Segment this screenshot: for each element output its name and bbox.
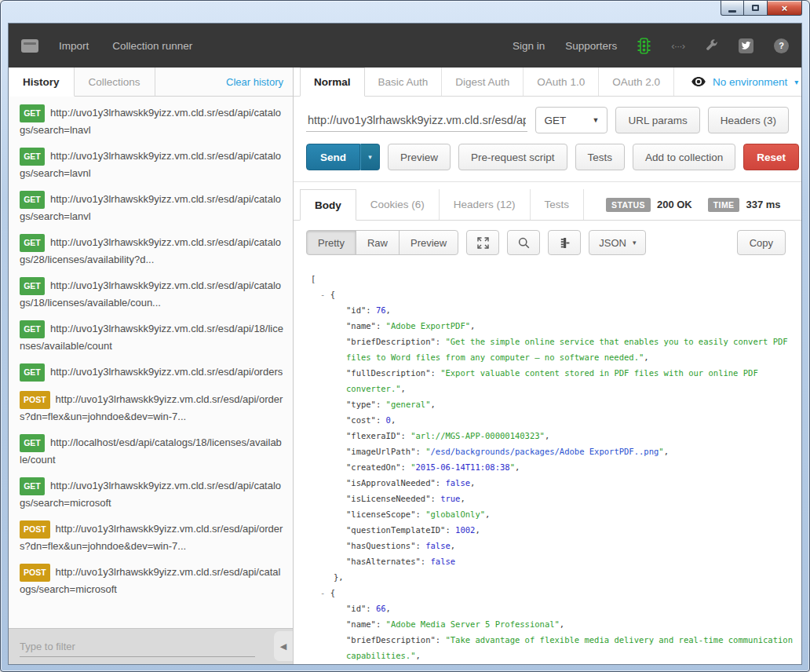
format-select[interactable]: JSON ▾ bbox=[589, 230, 646, 255]
method-value: GET bbox=[544, 115, 566, 126]
help-icon[interactable]: ? bbox=[774, 38, 789, 53]
tab-basic-auth[interactable]: Basic Auth bbox=[365, 68, 443, 96]
search-icon bbox=[518, 237, 530, 249]
json-token: , bbox=[470, 321, 475, 331]
history-item[interactable]: POSThttp://uvo1y3lrhawskk9yizz.vm.cld.sr… bbox=[9, 516, 293, 559]
json-token: }, bbox=[334, 572, 344, 582]
history-url: http://uvo1y3lrhawskk9yizz.vm.cld.sr/esd… bbox=[50, 366, 283, 378]
history-item[interactable]: GEThttp://uvo1y3lrhawskk9yizz.vm.cld.sr/… bbox=[9, 186, 293, 229]
json-token: /esd/backgrounds/packages/Adobe ExportPD… bbox=[431, 447, 659, 456]
search-button[interactable] bbox=[507, 230, 540, 255]
tab-oauth-2[interactable]: OAuth 2.0 bbox=[599, 68, 674, 96]
collapse-format-button[interactable] bbox=[548, 230, 581, 255]
tab-cookies[interactable]: Cookies (6) bbox=[356, 189, 440, 220]
fold-toggle-icon[interactable]: - bbox=[320, 588, 330, 597]
tab-normal[interactable]: Normal bbox=[300, 68, 365, 97]
code-icon[interactable]: ‹···› bbox=[671, 40, 684, 52]
sidebar-collapse-handle[interactable]: ◀ bbox=[274, 631, 293, 661]
window-titlebar[interactable]: × bbox=[1, 1, 809, 23]
history-url: http://uvo1y3lrhawskk9yizz.vm.cld.sr/esd… bbox=[20, 107, 281, 136]
select-caret-icon: ▼ bbox=[593, 116, 600, 124]
auth-tabs: Normal Basic Auth Digest Auth OAuth 1.0 … bbox=[294, 68, 801, 97]
history-item[interactable]: POSThttp://uvo1y3lrhawskk9yizz.vm.cld.sr… bbox=[9, 559, 293, 602]
json-token: "arl://MGS-APP-00000140323" bbox=[410, 431, 545, 440]
environment-selector[interactable]: No environment ▾ bbox=[691, 68, 798, 96]
tab-collections[interactable]: Collections bbox=[75, 68, 155, 96]
json-token: false bbox=[430, 557, 455, 566]
import-button[interactable]: Import bbox=[59, 40, 89, 52]
collection-runner-button[interactable]: Collection runner bbox=[112, 40, 192, 52]
tab-tests[interactable]: Tests bbox=[531, 189, 585, 220]
copy-button[interactable]: Copy bbox=[737, 230, 786, 255]
history-item[interactable]: GEThttp://uvo1y3lrhawskk9yizz.vm.cld.sr/… bbox=[9, 272, 293, 316]
json-line: capabilities.", bbox=[311, 648, 795, 663]
json-token: "id" bbox=[346, 305, 366, 315]
twitter-icon[interactable] bbox=[739, 38, 753, 53]
close-button[interactable]: × bbox=[768, 1, 802, 16]
url-input[interactable] bbox=[306, 109, 527, 132]
history-item[interactable]: GEThttp://uvo1y3lrhawskk9yizz.vm.cld.sr/… bbox=[9, 316, 293, 359]
json-line: "name": "Adobe ExportPDF", bbox=[311, 318, 795, 334]
history-item[interactable]: GEThttp://uvo1y3lrhawskk9yizz.vm.cld.sr/… bbox=[9, 229, 293, 272]
wrench-icon[interactable] bbox=[705, 39, 718, 53]
json-token: , bbox=[664, 447, 669, 456]
tab-digest-auth[interactable]: Digest Auth bbox=[442, 68, 524, 96]
sign-in-button[interactable]: Sign in bbox=[513, 40, 545, 52]
tab-body[interactable]: Body bbox=[300, 189, 356, 221]
collapse-left-icon: ◀ bbox=[280, 641, 286, 652]
sidebar-filter-bar: ◀ bbox=[9, 628, 293, 664]
prerequest-script-button[interactable]: Pre-request script bbox=[458, 144, 567, 170]
restore-button[interactable] bbox=[744, 1, 768, 16]
tab-headers[interactable]: Headers (12) bbox=[440, 189, 531, 220]
history-item[interactable]: GEThttp://uvo1y3lrhawskk9yizz.vm.cld.sr/… bbox=[9, 100, 293, 143]
headers-button[interactable]: Headers (3) bbox=[708, 107, 789, 133]
fold-toggle-icon[interactable]: - bbox=[320, 290, 330, 299]
url-params-button[interactable]: URL params bbox=[615, 107, 699, 133]
json-token: : bbox=[430, 368, 440, 378]
json-line: "imageUrlPath": "/esd/backgrounds/packag… bbox=[311, 444, 795, 459]
tests-button[interactable]: Tests bbox=[575, 144, 626, 170]
add-to-collection-button[interactable]: Add to collection bbox=[633, 144, 735, 170]
json-token: : bbox=[366, 305, 376, 315]
json-token: , bbox=[644, 352, 648, 362]
json-token: 66 bbox=[376, 604, 386, 613]
json-token: capabilities." bbox=[346, 651, 416, 660]
json-line: "createdOn": "2015-06-14T11:08:38", bbox=[311, 459, 795, 475]
method-select[interactable]: GET ▼ bbox=[535, 107, 608, 133]
preview-view-button[interactable]: Preview bbox=[399, 230, 458, 255]
json-token: "Take advantage of flexible media delive… bbox=[445, 635, 793, 645]
expand-button[interactable] bbox=[466, 230, 499, 255]
json-token: , bbox=[470, 478, 475, 488]
filter-input[interactable] bbox=[20, 637, 255, 657]
app-header: Import Collection runner Sign in Support… bbox=[9, 24, 801, 68]
json-token: 2015-06-14T11:08:38 bbox=[416, 462, 510, 472]
json-token: "Export valuable content stored in PDF f… bbox=[440, 368, 758, 378]
preview-button[interactable]: Preview bbox=[388, 144, 451, 170]
json-token: "createdOn" bbox=[346, 462, 401, 472]
minimize-button[interactable] bbox=[721, 1, 744, 16]
collections-drawer-icon[interactable] bbox=[21, 39, 38, 53]
pretty-button[interactable]: Pretty bbox=[306, 230, 356, 255]
tab-oauth-1[interactable]: OAuth 1.0 bbox=[524, 68, 599, 96]
response-body-json[interactable]: [- {"id": 76,"name": "Adobe ExportPDF","… bbox=[294, 265, 801, 664]
raw-button[interactable]: Raw bbox=[356, 230, 400, 255]
reset-button[interactable]: Reset bbox=[743, 144, 799, 170]
tab-history[interactable]: History bbox=[9, 68, 75, 97]
main-columns: History Collections Clear history GEThtt… bbox=[9, 68, 801, 664]
json-line: files to Word files from any computer – … bbox=[311, 349, 795, 365]
traffic-light-icon[interactable] bbox=[637, 38, 651, 54]
json-token: , bbox=[386, 604, 391, 613]
history-item[interactable]: POSThttp://uvo1y3lrhawskk9yizz.vm.cld.sr… bbox=[9, 386, 293, 429]
send-options-button[interactable]: ▾ bbox=[360, 144, 380, 170]
json-token: "briefDescription" bbox=[346, 337, 436, 346]
json-token: [ bbox=[311, 274, 316, 283]
history-url: http://uvo1y3lrhawskk9yizz.vm.cld.sr/esd… bbox=[20, 150, 281, 179]
history-item[interactable]: GEThttp://localhost/esd/api/catalogs/18/… bbox=[9, 429, 293, 473]
supporters-button[interactable]: Supporters bbox=[565, 40, 617, 52]
json-token: : bbox=[436, 337, 446, 346]
history-item[interactable]: GEThttp://uvo1y3lrhawskk9yizz.vm.cld.sr/… bbox=[9, 359, 293, 386]
history-item[interactable]: GEThttp://uvo1y3lrhawskk9yizz.vm.cld.sr/… bbox=[9, 473, 293, 516]
clear-history-link[interactable]: Clear history bbox=[217, 68, 293, 96]
history-item[interactable]: GEThttp://uvo1y3lrhawskk9yizz.vm.cld.sr/… bbox=[9, 143, 293, 186]
send-button[interactable]: Send bbox=[306, 144, 360, 170]
